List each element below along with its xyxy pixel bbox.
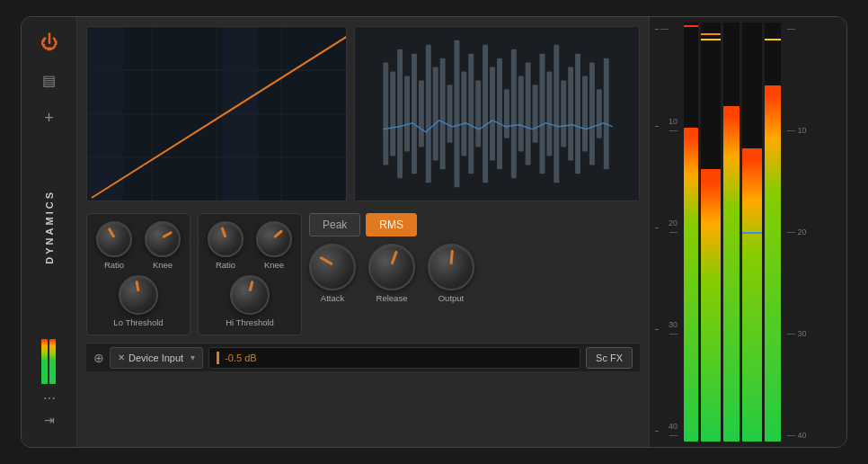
meter-bar-2 [701, 22, 721, 442]
svg-rect-17 [419, 80, 424, 147]
svg-rect-11 [222, 27, 258, 201]
svg-rect-21 [447, 85, 453, 142]
svg-rect-28 [497, 58, 502, 170]
lo-ratio-knob-item: Ratio [96, 221, 132, 270]
power-button[interactable]: ⏻ [35, 28, 64, 57]
svg-rect-19 [433, 67, 438, 161]
scale-r-10: — 10 [784, 126, 807, 135]
hi-ratio-indicator [220, 227, 226, 237]
plugin-title: DYNAMICS [44, 190, 55, 264]
meter-bar-4 [742, 22, 762, 442]
output-indicator [450, 250, 454, 264]
lo-ratio-indicator [108, 228, 116, 238]
svg-rect-20 [440, 58, 446, 170]
mini-meter [41, 339, 58, 384]
device-input-label: Device Input [128, 352, 183, 363]
svg-rect-36 [554, 45, 559, 183]
device-input-button[interactable]: ✕ Device Input ▾ [110, 347, 203, 369]
lo-knee-knob-item: Knee [145, 221, 181, 270]
attack-knob[interactable] [309, 244, 356, 290]
release-label: Release [376, 293, 408, 303]
svg-rect-14 [397, 49, 403, 179]
svg-rect-22 [454, 40, 459, 187]
peak-line-4 [742, 232, 762, 234]
db-value: -0.5 dB [225, 352, 256, 363]
peak-line-3 [701, 39, 721, 40]
sc-fx-button[interactable]: Sc FX [586, 347, 633, 369]
route-icon[interactable]: ⇥ [44, 413, 55, 427]
meter-bar-5 [765, 22, 781, 442]
meter-bar-1 [684, 22, 698, 442]
scale-r-20: — 20 [784, 228, 807, 236]
svg-rect-35 [546, 71, 552, 156]
scale-30: 30 — [660, 320, 680, 338]
scale-minus: — [660, 24, 671, 33]
top-row [86, 26, 640, 206]
lo-knee-label: Knee [153, 260, 173, 270]
folder-button[interactable]: ▤ [35, 66, 64, 94]
output-knob-item: Output [428, 244, 474, 303]
svg-rect-10 [87, 27, 123, 201]
sidebar: ⏻ ▤ + DYNAMICS ⋯ ⇥ [22, 17, 77, 447]
svg-rect-40 [582, 76, 588, 151]
dots-icon[interactable]: ⋯ [43, 391, 56, 406]
svg-rect-30 [511, 49, 517, 179]
add-left-button[interactable]: + [35, 103, 64, 132]
lo-ratio-knob[interactable] [96, 221, 132, 257]
hi-group: Ratio Knee Hi Threshold [198, 213, 302, 335]
svg-rect-15 [404, 76, 410, 151]
hi-knee-knob-item: Knee [256, 221, 292, 270]
attack-label: Attack [321, 293, 344, 303]
peak-line-5 [765, 39, 781, 40]
hi-threshold-knob[interactable] [230, 275, 270, 315]
release-knob-item: Release [368, 244, 415, 303]
dropdown-arrow-icon: ▾ [190, 352, 195, 362]
svg-rect-42 [597, 89, 602, 138]
bar-fill-5 [765, 85, 781, 442]
meter-area: — 10 — 20 — 30 — 40 — [655, 22, 841, 442]
lo-threshold-knob[interactable] [119, 275, 158, 315]
svg-rect-26 [483, 45, 488, 183]
bar-fill-3 [723, 106, 740, 442]
hi-ratio-knob[interactable] [208, 221, 244, 257]
svg-rect-25 [475, 80, 481, 147]
lo-knob-row: Ratio Knee [96, 221, 181, 270]
attack-release-output: Attack Release Output [309, 244, 474, 303]
hi-knee-knob[interactable] [256, 221, 292, 257]
peak-button[interactable]: Peak [309, 213, 360, 236]
db-bar [217, 352, 219, 364]
rms-button[interactable]: RMS [366, 213, 417, 236]
svg-rect-39 [575, 54, 580, 174]
release-knob[interactable] [368, 244, 415, 290]
device-input-icon: ⊕ [93, 351, 104, 365]
hi-threshold-indicator [249, 281, 254, 291]
lo-threshold-row: Lo Threshold [96, 275, 181, 327]
output-knob[interactable] [428, 244, 474, 290]
scale-20: 20 — [660, 219, 680, 236]
attack-indicator [319, 256, 332, 266]
meter-bar-3 [723, 22, 740, 442]
controls-row: Ratio Knee Lo Threshold [86, 213, 640, 335]
hi-ratio-knob-item: Ratio [208, 221, 244, 270]
svg-rect-43 [604, 58, 609, 170]
lo-threshold-indicator [135, 281, 139, 291]
transfer-graph [86, 26, 347, 201]
bottom-bar: ⊕ ✕ Device Input ▾ -0.5 dB Sc FX [86, 343, 640, 371]
hi-threshold-row: Hi Threshold [208, 275, 292, 327]
hi-knee-label: Knee [264, 260, 284, 270]
scale-40: 40 — [660, 422, 680, 440]
lo-threshold-item: Lo Threshold [113, 275, 163, 327]
lo-knee-indicator [162, 231, 173, 239]
svg-rect-41 [589, 63, 595, 165]
scale-r-40: — 40 [784, 431, 807, 440]
lo-knee-knob[interactable] [145, 221, 181, 257]
x-icon: ✕ [118, 352, 125, 362]
scale-10: 10 — [660, 117, 680, 135]
scale-r-minus: — [784, 24, 795, 33]
meter-section: — 10 — 20 — 30 — 40 — [649, 17, 846, 447]
bar-fill-1 [684, 128, 698, 442]
svg-rect-12 [383, 63, 388, 165]
svg-rect-38 [568, 67, 573, 161]
svg-rect-24 [468, 54, 474, 174]
peak-rms-row: Peak RMS [309, 213, 474, 236]
